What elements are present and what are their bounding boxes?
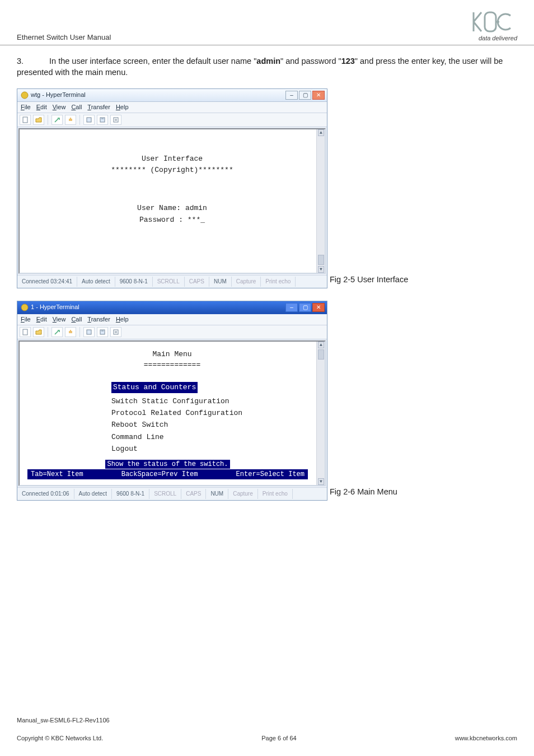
main-menu-heading: Main Menu xyxy=(27,349,317,360)
doc-title: Ethernet Switch User Manual xyxy=(17,33,111,41)
properties-icon[interactable] xyxy=(110,327,121,337)
manual-id: Manual_sw-ESML6-FL2-Rev1106 xyxy=(17,717,517,724)
menu-edit[interactable]: Edit xyxy=(36,315,47,324)
menu-item-switch-config[interactable]: Switch Static Configuration xyxy=(111,396,317,407)
svg-rect-4 xyxy=(100,118,105,122)
footer-copyright: Copyright © KBC Networks Ltd. xyxy=(17,735,103,741)
menu-item-logout[interactable]: Logout xyxy=(111,444,317,454)
close-button[interactable]: ✕ xyxy=(312,303,325,312)
minimize-button[interactable]: – xyxy=(285,303,298,312)
minimize-button[interactable]: – xyxy=(285,91,298,100)
disconnect-icon[interactable] xyxy=(65,115,76,125)
scroll-thumb[interactable] xyxy=(318,255,324,265)
main-menu-rule: ============= xyxy=(27,360,317,370)
menu-call[interactable]: Call xyxy=(71,103,82,111)
figure-caption-2: Fig 2-6 Main Menu xyxy=(330,486,397,497)
menu-bar: File Edit View Call Transfer Help xyxy=(17,314,327,325)
hint-tab: Tab=Next Item xyxy=(31,470,83,479)
menu-view[interactable]: View xyxy=(53,103,66,111)
menu-edit[interactable]: Edit xyxy=(36,103,47,111)
status-connected: Connected 03:24:41 xyxy=(17,277,77,287)
open-icon[interactable] xyxy=(33,115,44,125)
terminal-area[interactable]: User Interface ******** (Copyright)*****… xyxy=(18,128,326,274)
footer-page: Page 6 of 64 xyxy=(261,735,296,741)
menu-transfer[interactable]: Transfer xyxy=(87,315,110,324)
maximize-button[interactable]: ▢ xyxy=(299,91,311,100)
status-connected: Connected 0:01:06 xyxy=(17,489,74,499)
status-baud: 9600 8-N-1 xyxy=(115,277,153,287)
disconnect-icon[interactable] xyxy=(65,327,76,337)
menu-help[interactable]: Help xyxy=(116,103,129,111)
properties-icon[interactable] xyxy=(110,115,121,125)
instruction-text-1: In the user interface screen, enter the … xyxy=(49,57,256,66)
menu-file[interactable]: File xyxy=(21,103,31,111)
instruction-paragraph: 3. In the user interface screen, enter t… xyxy=(17,55,517,78)
close-button[interactable]: ✕ xyxy=(312,91,325,100)
status-num: NUM xyxy=(209,277,232,287)
window-title: 1 - HyperTerminal xyxy=(31,303,79,311)
instruction-text-2: " and password " xyxy=(280,57,341,66)
status-caps: CAPS xyxy=(185,277,209,287)
figure-caption-1: Fig 2-5 User Interface xyxy=(330,274,408,285)
menu-item-cli[interactable]: Command Line xyxy=(111,432,317,442)
menu-item-reboot[interactable]: Reboot Switch xyxy=(111,420,317,430)
scroll-thumb[interactable] xyxy=(318,349,324,360)
hint-enter: Enter=Select Item xyxy=(236,470,305,479)
status-autodetect: Auto detect xyxy=(77,277,115,287)
scroll-up-icon[interactable]: ▲ xyxy=(318,129,324,136)
status-baud: 9600 8-N-1 xyxy=(112,489,149,499)
svg-rect-5 xyxy=(114,118,118,122)
hyperterminal-window-mainmenu: 1 - HyperTerminal – ▢ ✕ File Edit View C… xyxy=(17,301,327,501)
username-line: User Name: admin xyxy=(27,203,317,213)
menu-transfer[interactable]: Transfer xyxy=(87,103,110,111)
scrollbar[interactable]: ▲ ▼ xyxy=(316,342,325,485)
tagline: data delivered xyxy=(470,35,517,41)
open-icon[interactable] xyxy=(33,327,44,337)
ui-heading: User Interface xyxy=(27,154,317,164)
status-scroll: SCROLL xyxy=(149,489,181,499)
hint-desc: Show the status of the switch. xyxy=(105,460,229,469)
connect-icon[interactable] xyxy=(51,327,63,337)
svg-rect-0 xyxy=(485,12,496,31)
receive-icon[interactable] xyxy=(97,115,108,125)
scroll-up-icon[interactable]: ▲ xyxy=(318,342,324,348)
maximize-button[interactable]: ▢ xyxy=(299,303,311,312)
password-literal: 123 xyxy=(341,57,355,66)
svg-rect-9 xyxy=(100,330,105,334)
hint-bar: Show the status of the switch. Tab=Next … xyxy=(27,460,308,480)
menu-view[interactable]: View xyxy=(53,315,66,324)
svg-rect-7 xyxy=(23,329,27,335)
scrollbar[interactable]: ▲ ▼ xyxy=(316,129,325,273)
footer-url: www.kbcnetworks.com xyxy=(455,735,517,741)
send-icon[interactable] xyxy=(83,327,95,337)
window-title: wtg - HyperTerminal xyxy=(31,91,86,99)
menu-item-protocol-config[interactable]: Protocol Related Configuration xyxy=(111,408,317,418)
copyright-line: ******** (Copyright)******** xyxy=(27,165,317,175)
terminal-area[interactable]: Main Menu ============= Status and Count… xyxy=(18,340,326,486)
send-icon[interactable] xyxy=(83,115,95,125)
logo-block: data delivered xyxy=(470,10,517,41)
menu-call[interactable]: Call xyxy=(71,315,82,324)
status-autodetect: Auto detect xyxy=(74,489,113,499)
svg-rect-3 xyxy=(87,118,91,122)
svg-point-1 xyxy=(21,92,28,99)
status-capture: Capture xyxy=(228,489,258,499)
status-capture: Capture xyxy=(232,277,261,287)
connect-icon[interactable] xyxy=(51,115,63,125)
kbc-logo-icon xyxy=(470,10,517,34)
svg-rect-10 xyxy=(114,330,118,334)
toolbar xyxy=(17,325,327,339)
scroll-down-icon[interactable]: ▼ xyxy=(318,266,324,273)
status-caps: CAPS xyxy=(181,489,206,499)
svg-rect-8 xyxy=(87,330,91,334)
status-bar: Connected 03:24:41 Auto detect 9600 8-N-… xyxy=(17,275,327,288)
menu-help[interactable]: Help xyxy=(116,315,129,324)
scroll-down-icon[interactable]: ▼ xyxy=(318,478,324,485)
new-icon[interactable] xyxy=(20,115,31,125)
receive-icon[interactable] xyxy=(97,327,108,337)
menu-item-status[interactable]: Status and Counters xyxy=(111,382,198,393)
new-icon[interactable] xyxy=(20,327,31,337)
svg-rect-2 xyxy=(23,117,27,123)
app-icon xyxy=(21,91,29,99)
menu-file[interactable]: File xyxy=(21,315,31,324)
